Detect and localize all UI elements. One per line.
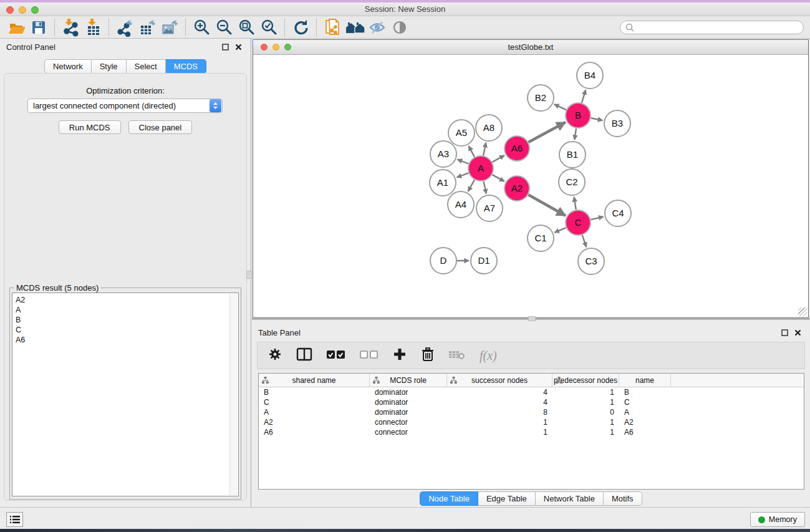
node-B[interactable]: B (566, 103, 591, 128)
column-header-predecessor-nodes[interactable]: predecessor nodes (552, 374, 619, 387)
search-input[interactable] (637, 23, 798, 32)
column-header-shared-name[interactable]: shared name (259, 374, 370, 387)
trash-icon[interactable] (421, 347, 435, 364)
result-item[interactable]: A2 (16, 295, 238, 305)
node-A8[interactable]: A8 (476, 115, 502, 141)
home-icon[interactable] (345, 18, 365, 37)
hide-eye-icon[interactable] (367, 18, 387, 37)
edge-A-A7[interactable] (484, 181, 486, 194)
cell-name[interactable]: A2 (619, 418, 671, 427)
edge-C-C1[interactable] (554, 228, 566, 233)
edge-B-B3[interactable] (591, 118, 603, 120)
horizontal-splitter-handle[interactable] (528, 316, 536, 321)
cell-shared-name[interactable]: A6 (259, 428, 370, 437)
memory-button[interactable]: Memory (750, 512, 805, 527)
tab-select[interactable]: Select (127, 59, 166, 74)
node-B3[interactable]: B3 (604, 110, 630, 137)
import-network-icon[interactable] (60, 18, 80, 37)
float-panel-icon[interactable] (222, 44, 229, 51)
vertical-splitter-handle[interactable] (246, 271, 252, 279)
tab-edge-table[interactable]: Edge Table (478, 491, 536, 506)
minimize-window-icon[interactable] (19, 6, 26, 14)
task-history-button[interactable] (6, 512, 23, 527)
zoom-out-icon[interactable] (214, 18, 234, 37)
cell-predecessor-nodes[interactable]: 1 (552, 428, 619, 437)
maximize-window-icon[interactable] (31, 6, 39, 14)
column-header-name[interactable]: name (619, 374, 671, 387)
cell-successor-nodes[interactable]: 1 (447, 428, 552, 437)
mcds-result-list[interactable]: A2ABCA6 (12, 293, 239, 496)
node-C3[interactable]: C3 (578, 248, 604, 274)
node-C[interactable]: C (566, 210, 591, 235)
node-A[interactable]: A (468, 156, 493, 181)
delete-table-icon[interactable] (448, 348, 466, 363)
edge-A-A4[interactable] (468, 180, 475, 191)
cell-shared-name[interactable]: C (259, 398, 370, 407)
minimize-view-icon[interactable] (272, 44, 279, 51)
edge-A-A3[interactable] (457, 160, 468, 164)
cell-predecessor-nodes[interactable]: 1 (552, 418, 619, 427)
edge-A-A6[interactable] (492, 155, 504, 162)
cell-MCDS-role[interactable]: connector (370, 428, 447, 437)
edge-A-A5[interactable] (469, 146, 475, 157)
edge-A-A2[interactable] (492, 175, 504, 181)
edge-A-A1[interactable] (457, 173, 469, 177)
close-view-icon[interactable] (261, 44, 268, 51)
node-A1[interactable]: A1 (430, 170, 456, 196)
node-C1[interactable]: C1 (528, 225, 554, 251)
cell-shared-name[interactable]: B (259, 388, 370, 397)
criterion-dropdown[interactable]: largest connected component (directed) (27, 99, 223, 113)
column-header-successor-nodes[interactable]: successor nodes (447, 374, 552, 387)
table-row[interactable]: A6connector11A6 (259, 427, 804, 437)
cell-name[interactable]: A (619, 408, 671, 417)
gear-icon[interactable] (268, 347, 282, 364)
checked-boxes-icon[interactable] (326, 348, 346, 363)
cell-successor-nodes[interactable]: 8 (447, 408, 552, 417)
cell-MCDS-role[interactable]: dominator (370, 398, 447, 407)
zoom-selected-icon[interactable] (259, 18, 279, 37)
unchecked-boxes-icon[interactable] (360, 349, 378, 362)
result-item[interactable]: C (16, 325, 238, 335)
result-scrollbar[interactable] (229, 294, 238, 495)
node-D[interactable]: D (430, 248, 456, 274)
close-window-icon[interactable] (6, 6, 14, 14)
maximize-view-icon[interactable] (284, 44, 291, 51)
edge-C-C3[interactable] (582, 235, 587, 247)
run-mcds-button[interactable]: Run MCDS (59, 120, 121, 134)
network-window-titlebar[interactable]: testGlobe.txt (253, 40, 808, 55)
node-A6[interactable]: A6 (504, 136, 529, 161)
cell-MCDS-role[interactable]: connector (370, 418, 447, 427)
tab-network[interactable]: Network (44, 59, 92, 74)
node-A3[interactable]: A3 (430, 141, 456, 167)
tab-node-table[interactable]: Node Table (420, 491, 478, 506)
node-A4[interactable]: A4 (448, 191, 474, 218)
search-field[interactable] (620, 21, 804, 34)
tab-mcds[interactable]: MCDS (166, 59, 206, 74)
table-row[interactable]: A2connector11A2 (259, 417, 804, 427)
cell-shared-name[interactable]: A2 (259, 418, 370, 427)
node-C4[interactable]: C4 (605, 200, 631, 226)
tab-network-table[interactable]: Network Table (536, 491, 604, 506)
edge-A2-C[interactable] (528, 195, 566, 215)
save-session-icon[interactable] (29, 18, 49, 37)
node-C2[interactable]: C2 (559, 169, 585, 195)
result-item[interactable]: A (16, 305, 238, 315)
cell-MCDS-role[interactable]: dominator (370, 388, 447, 397)
add-icon[interactable] (392, 347, 407, 364)
node-A5[interactable]: A5 (448, 120, 475, 146)
node-A2[interactable]: A2 (504, 176, 529, 201)
cell-MCDS-role[interactable]: dominator (370, 408, 447, 417)
node-A7[interactable]: A7 (476, 195, 503, 221)
table-row[interactable]: Cdominator41C (259, 397, 804, 407)
network-canvas[interactable]: B4B2BB3B1A5A8A6A3AA1A4A7A2C2CC4C1C3DD1 (253, 56, 808, 317)
import-table-icon[interactable] (83, 18, 103, 37)
column-header-MCDS-role[interactable]: MCDS role (370, 374, 447, 387)
export-network-icon[interactable] (115, 18, 135, 37)
columns-icon[interactable] (296, 347, 312, 364)
edge-B-B1[interactable] (574, 128, 576, 140)
cell-successor-nodes[interactable]: 1 (447, 418, 552, 427)
cell-name[interactable]: C (619, 398, 671, 407)
tab-motifs[interactable]: Motifs (604, 491, 642, 506)
refresh-icon[interactable] (291, 18, 311, 37)
cell-shared-name[interactable]: A (259, 408, 370, 417)
